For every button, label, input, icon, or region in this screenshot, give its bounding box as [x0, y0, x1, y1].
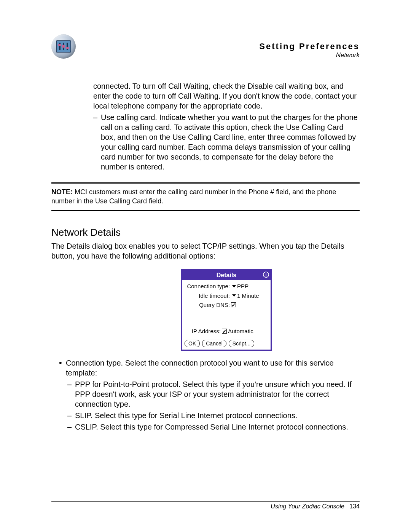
calling-card-item: Use calling card. Indicate whether you w…	[93, 112, 360, 172]
details-dialog: Details ⓘ Connection type: PPP Idle time…	[181, 269, 272, 351]
connection-type-bullet: Connection type. Select the connection p…	[59, 358, 360, 378]
script-button[interactable]: Script...	[229, 340, 254, 347]
cslip-item: CSLIP. Select this type for Compressed S…	[67, 422, 360, 432]
page-number: 134	[349, 503, 360, 510]
cancel-button[interactable]: Cancel	[202, 340, 226, 347]
slip-item: SLIP. Select this type for Serial Line I…	[67, 411, 360, 420]
query-dns-checkbox[interactable]	[231, 302, 236, 307]
page-footer: Using Your Zodiac Console 134	[51, 501, 360, 510]
ppp-item: PPP for Point-to-Point protocol. Select …	[67, 379, 360, 409]
query-dns-label: Query DNS:	[185, 301, 231, 309]
chevron-down-icon[interactable]	[232, 294, 236, 297]
page-header-subtitle: Network	[83, 51, 360, 59]
note-label: NOTE:	[51, 188, 73, 196]
ip-address-checkbox[interactable]	[222, 329, 227, 334]
idle-timeout-label: Idle timeout:	[185, 292, 231, 300]
dialog-title-bar: Details ⓘ	[182, 271, 271, 280]
note-text: MCI customers must enter the calling car…	[51, 188, 336, 205]
ok-button[interactable]: OK	[185, 340, 200, 347]
section-intro: The Details dialog box enables you to se…	[51, 241, 360, 261]
ip-address-label: IP Address:	[185, 328, 222, 335]
continued-paragraph: connected. To turn off Call Waiting, che…	[93, 81, 360, 111]
note-block: NOTE: MCI customers must enter the calli…	[51, 182, 360, 211]
chevron-down-icon[interactable]	[232, 285, 236, 288]
dialog-title-text: Details	[217, 272, 236, 278]
footer-text: Using Your Zodiac Console	[271, 503, 344, 510]
preferences-icon	[51, 34, 76, 59]
connection-type-value[interactable]: PPP	[237, 283, 249, 290]
idle-timeout-value[interactable]: 1 Minute	[237, 292, 259, 300]
section-heading: Network Details	[51, 226, 360, 239]
ip-address-value: Automatic	[228, 328, 253, 335]
info-icon[interactable]: ⓘ	[263, 271, 269, 279]
connection-type-label: Connection type:	[185, 283, 231, 290]
page-header-title: Setting Preferences	[83, 42, 360, 51]
